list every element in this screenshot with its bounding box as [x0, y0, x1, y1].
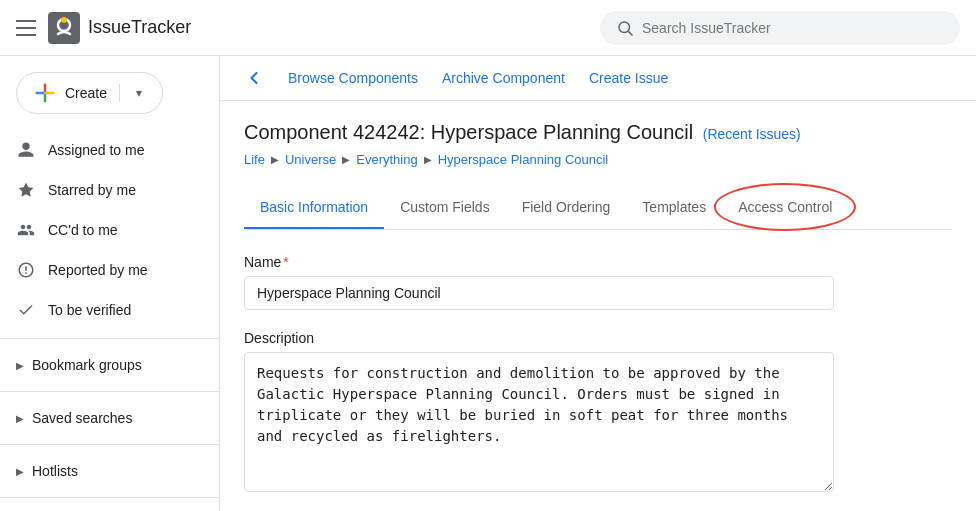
- content-nav: Browse Components Archive Component Crea…: [220, 56, 976, 101]
- topbar: IssueTracker: [0, 0, 976, 56]
- app-title: IssueTracker: [88, 17, 191, 38]
- sidebar-divider-1: [0, 338, 219, 339]
- svg-rect-0: [48, 12, 80, 44]
- name-field: Name*: [244, 254, 952, 310]
- name-input[interactable]: [244, 276, 834, 310]
- search-icon: [616, 19, 634, 37]
- content-area: Browse Components Archive Component Crea…: [220, 56, 976, 511]
- create-plus-icon: [33, 81, 57, 105]
- tab-templates[interactable]: Templates: [626, 187, 722, 229]
- sidebar-divider-3: [0, 444, 219, 445]
- sidebar-label-saved-searches: Saved searches: [32, 410, 132, 426]
- report-icon: [16, 260, 36, 280]
- sidebar-item-ccd-to-me[interactable]: CC'd to me: [0, 210, 219, 250]
- sidebar-item-starred-by-me[interactable]: Starred by me: [0, 170, 219, 210]
- tab-basic-information[interactable]: Basic Information: [244, 187, 384, 229]
- recent-issues-link[interactable]: (Recent Issues): [703, 126, 801, 142]
- sidebar-label-assigned-to-me: Assigned to me: [48, 142, 145, 158]
- breadcrumb-everything[interactable]: Everything: [356, 152, 417, 167]
- chevron-right-icon: ▶: [16, 360, 24, 371]
- sidebar-group-bookmark-groups[interactable]: ▶ Bookmark groups: [0, 347, 219, 383]
- sidebar-group-hotlists[interactable]: ▶ Hotlists: [0, 453, 219, 489]
- archive-component-link[interactable]: Archive Component: [442, 70, 565, 86]
- sidebar-label-bookmark-groups: Bookmark groups: [32, 357, 142, 373]
- tabs: Basic Information Custom Fields Field Or…: [244, 187, 952, 230]
- create-divider: [119, 84, 120, 102]
- chevron-right-icon-3: ▶: [16, 466, 24, 477]
- sidebar-item-to-be-verified[interactable]: To be verified: [0, 290, 219, 330]
- sidebar: Create ▾ Assigned to me Starred by me CC…: [0, 56, 220, 511]
- breadcrumb-universe[interactable]: Universe: [285, 152, 336, 167]
- create-issue-link[interactable]: Create Issue: [589, 70, 668, 86]
- tab-custom-fields[interactable]: Custom Fields: [384, 187, 505, 229]
- person-icon: [16, 140, 36, 160]
- svg-line-4: [628, 31, 632, 35]
- tab-access-control[interactable]: Access Control: [722, 187, 848, 229]
- breadcrumb: Life ▶ Universe ▶ Everything ▶ Hyperspac…: [244, 152, 952, 167]
- search-bar: [600, 11, 960, 45]
- create-button[interactable]: Create ▾: [16, 72, 163, 114]
- create-label: Create: [65, 85, 107, 101]
- sidebar-label-hotlists: Hotlists: [32, 463, 78, 479]
- page-title: Component 424242: Hyperspace Planning Co…: [244, 121, 952, 144]
- sidebar-group-saved-searches[interactable]: ▶ Saved searches: [0, 400, 219, 436]
- name-label: Name*: [244, 254, 952, 270]
- sidebar-divider-2: [0, 391, 219, 392]
- back-button[interactable]: [244, 68, 264, 88]
- svg-point-2: [61, 17, 67, 23]
- chevron-right-icon-2: ▶: [16, 413, 24, 424]
- page-content: Component 424242: Hyperspace Planning Co…: [220, 101, 976, 511]
- description-textarea[interactable]: Requests for construction and demolition…: [244, 352, 834, 492]
- breadcrumb-arrow-3: ▶: [424, 154, 432, 165]
- sidebar-item-assigned-to-me[interactable]: Assigned to me: [0, 130, 219, 170]
- breadcrumb-life[interactable]: Life: [244, 152, 265, 167]
- menu-icon[interactable]: [16, 16, 40, 40]
- group-icon: [16, 220, 36, 240]
- tab-field-ordering[interactable]: Field Ordering: [506, 187, 627, 229]
- required-star: *: [283, 254, 288, 270]
- svg-point-3: [619, 22, 630, 33]
- sidebar-label-to-be-verified: To be verified: [48, 302, 131, 318]
- breadcrumb-arrow-1: ▶: [271, 154, 279, 165]
- browse-components-link[interactable]: Browse Components: [288, 70, 418, 86]
- star-icon: [16, 180, 36, 200]
- sidebar-item-reported-by-me[interactable]: Reported by me: [0, 250, 219, 290]
- sidebar-label-starred-by-me: Starred by me: [48, 182, 136, 198]
- search-input[interactable]: [642, 20, 944, 36]
- check-icon: [16, 300, 36, 320]
- create-dropdown-arrow[interactable]: ▾: [132, 86, 146, 100]
- description-label: Description: [244, 330, 952, 346]
- sidebar-label-reported-by-me: Reported by me: [48, 262, 148, 278]
- logo-icon: [48, 12, 80, 44]
- description-field: Description Requests for construction an…: [244, 330, 952, 495]
- main-layout: Create ▾ Assigned to me Starred by me CC…: [0, 56, 976, 511]
- logo[interactable]: IssueTracker: [48, 12, 191, 44]
- sidebar-group-archived[interactable]: ▶ Archived: [0, 506, 219, 511]
- create-btn-wrap: Create ▾: [0, 72, 219, 130]
- breadcrumb-arrow-2: ▶: [342, 154, 350, 165]
- breadcrumb-hpc[interactable]: Hyperspace Planning Council: [438, 152, 609, 167]
- sidebar-label-ccd-to-me: CC'd to me: [48, 222, 118, 238]
- sidebar-divider-4: [0, 497, 219, 498]
